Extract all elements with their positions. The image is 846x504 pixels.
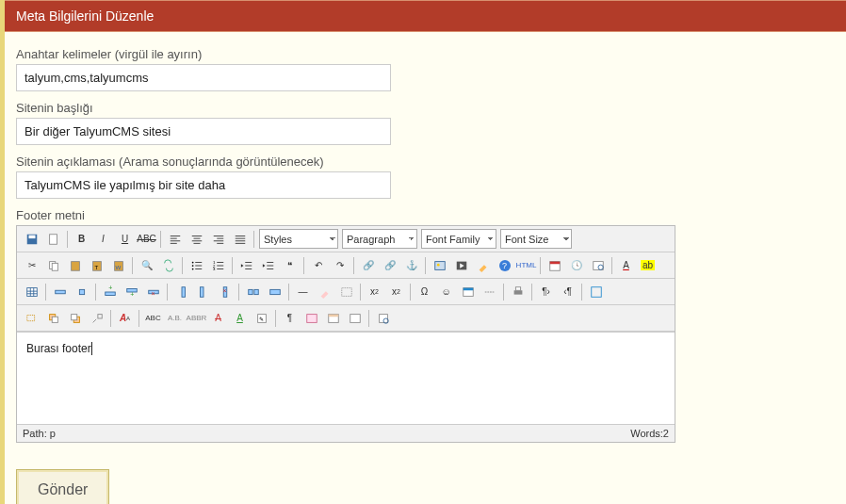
print-icon[interactable] [508,282,528,301]
save-icon[interactable] [22,229,41,249]
field-keywords: Anahtar kelimeler (virgül ile ayırın) [16,47,835,91]
cite-icon[interactable]: A.B. [165,308,185,328]
fullscreen-icon[interactable] [586,282,606,301]
svg-rect-23 [26,287,37,296]
newdoc-icon[interactable] [43,229,63,249]
separator [67,231,68,248]
separator [160,231,161,248]
page-title: Meta Bilgilerini Düzenle [16,8,154,24]
table-icon[interactable] [22,282,41,301]
link-icon[interactable]: 🔗 [358,255,378,275]
styleprops-icon[interactable]: AA [115,308,135,328]
code-icon[interactable]: HTML [516,255,536,275]
spellcheck-icon[interactable]: ABC [143,308,163,328]
replace-icon[interactable] [158,255,178,275]
separator [540,257,541,274]
editor-toolbar-row-1: B I U ABC Styles Paragraph Font Family F… [17,226,675,252]
iframe-icon[interactable] [458,282,478,301]
fontsize-select[interactable]: Font Size [500,229,572,249]
hr-icon[interactable]: — [293,282,313,301]
layer-backward-icon[interactable] [65,308,85,328]
unlink-icon[interactable]: 🔗 [380,255,399,275]
align-justify-icon[interactable] [230,229,250,249]
merge-cells-icon[interactable] [265,282,285,301]
blockquote2-icon[interactable] [345,308,365,328]
svg-rect-39 [341,287,351,296]
align-left-icon[interactable] [165,229,185,249]
col-after-icon[interactable] [193,282,213,301]
attribs-icon[interactable]: ✎ [252,308,271,328]
acronym-icon[interactable]: ABBR [187,308,206,328]
media-icon[interactable] [451,255,471,275]
image-icon[interactable] [430,255,449,275]
svg-point-10 [191,261,193,263]
strike-icon[interactable]: ABC [137,229,156,249]
styles-select[interactable]: Styles [259,229,338,249]
ins-icon[interactable]: A [230,308,250,328]
site-desc-input[interactable] [16,171,391,199]
redo-icon[interactable]: ↷ [330,255,350,275]
svg-rect-2 [49,234,57,244]
fontfamily-select[interactable]: Font Family [421,229,496,249]
forecolor-icon[interactable]: A [616,255,636,275]
row-before-icon[interactable]: + [100,282,120,301]
visual-aid-icon[interactable] [336,282,356,301]
number-list-icon[interactable]: 123 [208,255,228,275]
bold-icon[interactable]: B [72,229,91,249]
remove-format-icon[interactable] [315,282,334,301]
restore-draft-icon[interactable] [373,308,393,328]
help-icon[interactable]: ? [495,255,514,275]
emoticon-icon[interactable]: ☺ [436,282,456,301]
copy-icon[interactable] [43,255,63,275]
editor-content[interactable]: Burası footer [17,332,675,424]
backcolor-icon[interactable]: ab [638,255,658,275]
col-before-icon[interactable] [171,282,191,301]
visualchars-icon[interactable]: ¶ [280,308,300,328]
outdent-icon[interactable] [236,255,256,275]
paste-word-icon[interactable]: W [108,255,128,275]
bullet-list-icon[interactable] [187,255,206,275]
blockquote-icon[interactable]: ❝ [280,255,300,275]
layer-icon[interactable] [22,308,41,328]
svg-text:T: T [94,263,98,269]
site-title-input[interactable] [16,118,391,145]
anchor-icon[interactable]: ⚓ [401,255,421,275]
find-icon[interactable]: 🔍 [137,255,156,275]
row-after-icon[interactable]: + [122,282,141,301]
superscript-icon[interactable]: x2 [386,282,406,301]
paste-text-icon[interactable]: T [87,255,106,275]
nbsp-icon[interactable] [301,308,321,328]
align-right-icon[interactable] [208,229,228,249]
split-cells-icon[interactable] [243,282,263,301]
submit-button[interactable]: Gönder [16,469,109,504]
rtl-icon[interactable]: ‹¶ [558,282,578,301]
layer-forward-icon[interactable] [43,308,63,328]
absolute-icon[interactable] [87,308,106,328]
undo-icon[interactable]: ↶ [308,255,328,275]
cut-icon[interactable]: ✂ [22,255,41,275]
paste-icon[interactable] [65,255,85,275]
subscript-icon[interactable]: x2 [365,282,384,301]
separator [581,284,582,301]
del-icon[interactable]: A [208,308,228,328]
preview-icon[interactable] [588,255,608,275]
cleanup-icon[interactable] [473,255,493,275]
cell-props-icon[interactable] [72,282,91,301]
align-center-icon[interactable] [187,229,206,249]
time-icon[interactable]: 🕓 [566,255,586,275]
indent-icon[interactable] [258,255,278,275]
pagebreak-icon[interactable] [480,282,499,301]
row-delete-icon[interactable]: × [143,282,163,301]
separator [232,257,233,274]
ltr-icon[interactable]: ¶› [536,282,556,301]
row-props-icon[interactable] [50,282,70,301]
keywords-input[interactable] [16,64,391,91]
separator [275,310,276,327]
charmap-icon[interactable]: Ω [415,282,434,301]
paragraph-select[interactable]: Paragraph [342,229,417,249]
template-icon[interactable] [323,308,343,328]
underline-icon[interactable]: U [115,229,135,249]
col-delete-icon[interactable]: × [215,282,235,301]
date-icon[interactable] [545,255,564,275]
italic-icon[interactable]: I [93,229,113,249]
